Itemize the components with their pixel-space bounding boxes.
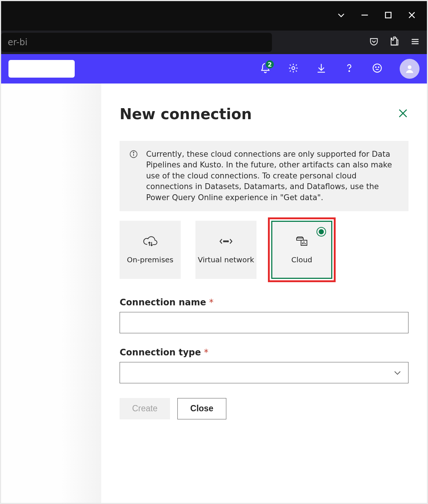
svg-point-21: [133, 152, 134, 153]
search-input[interactable]: [8, 60, 75, 78]
chevron-down-icon: [393, 368, 402, 377]
maximize-icon[interactable]: [383, 10, 393, 21]
backdrop: [1, 84, 101, 503]
label-text: Connection type: [120, 347, 201, 358]
url-fragment: er-bi: [8, 37, 28, 47]
address-bar[interactable]: er-bi: [1, 33, 272, 52]
tile-cloud[interactable]: Cloud: [271, 221, 332, 279]
tile-label: On-premises: [127, 255, 174, 265]
label-text: Connection name: [120, 297, 206, 308]
connection-name-label: Connection name *: [120, 297, 408, 308]
connection-name-input[interactable]: [120, 312, 408, 333]
notifications-button[interactable]: 2: [260, 63, 271, 75]
puzzle-icon[interactable]: [389, 36, 400, 48]
connection-type-label: Connection type *: [120, 347, 408, 358]
notifications-badge: 2: [265, 60, 275, 69]
download-icon[interactable]: [316, 63, 327, 75]
svg-point-12: [373, 64, 382, 72]
header-actions: 2: [260, 59, 420, 79]
required-marker: *: [204, 347, 208, 358]
minimize-icon[interactable]: [360, 10, 369, 21]
close-button[interactable]: Close: [177, 398, 226, 419]
svg-point-16: [408, 65, 411, 69]
gear-icon[interactable]: [288, 63, 299, 75]
cloud-sync-icon: [143, 235, 158, 250]
tile-label: Virtual network: [198, 255, 254, 265]
chevron-down-icon[interactable]: [336, 10, 346, 21]
tile-label: Cloud: [291, 255, 312, 265]
svg-point-14: [378, 67, 379, 68]
info-banner: Currently, these cloud connections are o…: [120, 141, 408, 211]
window-titlebar: [1, 1, 427, 31]
panel-title: New connection: [120, 106, 252, 123]
svg-point-11: [349, 71, 350, 71]
browser-window: er-bi 2: [1, 1, 427, 503]
hamburger-icon[interactable]: [410, 36, 420, 48]
svg-point-13: [375, 67, 376, 68]
svg-point-8: [292, 67, 295, 70]
cloud-report-icon: [294, 235, 309, 250]
svg-rect-1: [385, 12, 391, 18]
tile-virtual-network[interactable]: Virtual network: [195, 221, 257, 279]
connection-type-tiles: On-premises Virtual network Cloud: [120, 221, 408, 279]
selected-indicator-icon: [316, 227, 326, 237]
browser-actions: [369, 36, 420, 48]
close-panel-button[interactable]: [397, 108, 408, 120]
panel-header: New connection: [120, 106, 408, 123]
info-icon: [129, 150, 139, 203]
network-icon: [219, 235, 233, 250]
info-text: Currently, these cloud connections are o…: [146, 149, 399, 203]
connection-type-select[interactable]: [120, 362, 408, 383]
create-button[interactable]: Create: [120, 398, 170, 419]
address-bar-row: er-bi: [1, 31, 427, 54]
app-header: 2: [1, 54, 427, 84]
avatar[interactable]: [400, 59, 420, 79]
new-connection-panel: New connection Currently, these cloud co…: [101, 84, 427, 503]
svg-point-24: [227, 241, 228, 242]
feedback-icon[interactable]: [372, 63, 383, 75]
required-marker: *: [209, 297, 213, 308]
close-window-icon[interactable]: [407, 10, 417, 21]
svg-point-23: [225, 241, 226, 242]
svg-point-22: [223, 241, 224, 242]
panel-actions: Create Close: [120, 398, 408, 419]
help-icon[interactable]: [344, 63, 355, 75]
tile-on-premises[interactable]: On-premises: [120, 221, 181, 279]
pocket-icon[interactable]: [369, 36, 379, 48]
content-area: New connection Currently, these cloud co…: [1, 84, 427, 503]
